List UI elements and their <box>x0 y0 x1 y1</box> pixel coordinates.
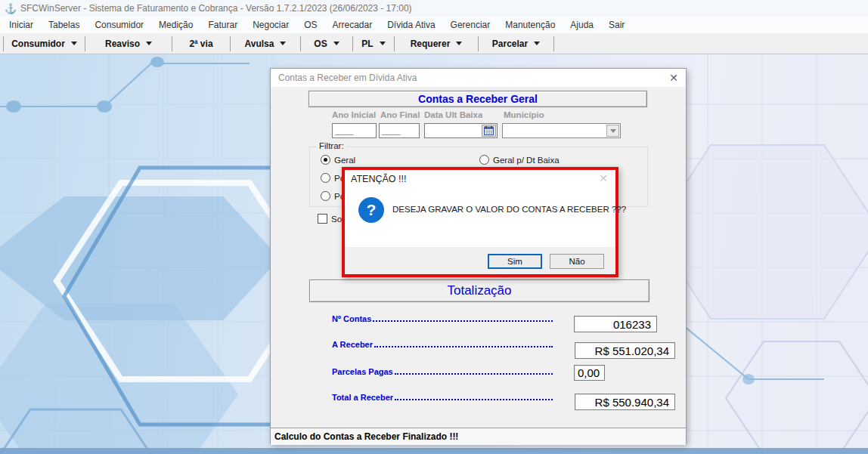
radio-geral-label: Geral <box>334 156 355 165</box>
total-row-parcelas: Parcelas Pagas <box>332 366 553 376</box>
radio-button-icon[interactable] <box>321 155 330 165</box>
toolbar-os-label: OS <box>314 39 327 49</box>
toolbar-pl-button[interactable]: PL <box>353 35 394 53</box>
menu-arrecadar[interactable]: Arrecadar <box>325 17 380 33</box>
ano-final-label: Ano Final <box>380 110 420 119</box>
toolbar-segunda-via-button[interactable]: 2ª via <box>172 35 230 53</box>
radio-button-icon[interactable] <box>479 155 489 165</box>
menu-iniciar[interactable]: Iniciar <box>2 17 41 33</box>
nao-button-label: Não <box>569 257 584 266</box>
menu-gerenciar[interactable]: Gerenciar <box>443 17 498 33</box>
menu-divida-ativa[interactable]: Dívida Ativa <box>380 17 442 33</box>
sim-button-label: Sim <box>507 257 522 266</box>
menu-ajuda[interactable]: Ajuda <box>563 17 601 33</box>
municipio-combobox[interactable] <box>502 123 621 138</box>
dialog-title: Contas a Receber em Dívida Ativa <box>271 73 417 83</box>
total-row-receber: A Receber <box>332 338 553 349</box>
dialog-status-bar: Calculo do Contas a Receber Finalizado !… <box>271 428 686 445</box>
n-contas-label: Nº Contas <box>332 314 373 323</box>
data-ult-baixa-label: Data Ult Baixa <box>424 110 482 119</box>
modal-body: ? DESEJA GRAVAR O VALOR DO CONTAS A RECE… <box>345 188 615 247</box>
toolbar-parcelar-button[interactable]: Parcelar <box>479 35 553 53</box>
dotted-leader <box>395 399 553 400</box>
radio-button-icon[interactable] <box>321 173 330 183</box>
municipio-value <box>503 127 505 136</box>
total-row-total: Total a Receber <box>332 391 553 402</box>
checkbox-icon[interactable] <box>318 214 327 224</box>
radio-geral-dt-baixa[interactable]: Geral p/ Dt Baixa <box>479 155 560 165</box>
total-a-receber-label: Total a Receber <box>332 393 395 402</box>
menu-sair[interactable]: Sair <box>601 17 632 33</box>
dotted-leader <box>373 320 553 322</box>
dropdown-arrow-icon[interactable] <box>71 42 77 45</box>
title-bar: ⚓ SFCWinServer - Sistema de Faturamento … <box>0 0 868 17</box>
section-header-contas-label: Contas a Receber Geral <box>418 93 538 105</box>
atencao-modal: ATENÇÃO !!! ✕ ? DESEJA GRAVAR O VALOR DO… <box>342 167 618 277</box>
dotted-leader <box>395 373 553 375</box>
menu-os[interactable]: OS <box>296 17 324 33</box>
ano-inicial-label: Ano Inicial <box>332 110 376 119</box>
close-icon[interactable]: ✕ <box>669 72 678 84</box>
menu-medicao[interactable]: Medição <box>151 17 200 33</box>
dialog-title-bar[interactable]: Contas a Receber em Dívida Ativa ✕ <box>271 69 686 87</box>
calendar-icon <box>484 126 494 135</box>
question-icon: ? <box>358 197 384 223</box>
modal-footer: Sim Não <box>345 247 615 274</box>
application-window: ⚓ SFCWinServer - Sistema de Faturamento … <box>0 0 868 454</box>
n-contas-value: 016233 <box>574 316 657 332</box>
menu-negociar[interactable]: Negociar <box>245 17 296 33</box>
menu-consumidor[interactable]: Consumidor <box>87 17 151 33</box>
dropdown-arrow-icon[interactable] <box>146 42 152 45</box>
parcelas-pagas-value-text: 0,00 <box>578 366 600 379</box>
ano-inicial-input[interactable] <box>332 123 377 138</box>
parcelas-pagas-value: 0,00 <box>574 365 605 381</box>
municipio-label: Município <box>504 110 544 119</box>
toolbar-consumidor-label: Consumidor <box>11 39 65 49</box>
toolbar-avulsa-label: Avulsa <box>245 39 274 49</box>
data-ult-baixa-input[interactable] <box>424 123 498 138</box>
a-receber-value-text: R$ 551.020,34 <box>595 344 669 357</box>
menu-bar: Iniciar Tabelas Consumidor Medição Fatur… <box>0 17 868 33</box>
toolbar-requerer-label: Requerer <box>411 39 451 49</box>
sim-button[interactable]: Sim <box>488 254 542 269</box>
a-receber-label: A Receber <box>332 340 374 349</box>
app-icon: ⚓ <box>5 3 16 14</box>
menu-manutencao[interactable]: Manutenção <box>498 17 563 33</box>
dropdown-arrow-icon[interactable] <box>456 42 462 45</box>
dropdown-arrow-icon[interactable] <box>333 42 339 45</box>
section-header-totalizacao: Totalização <box>309 280 649 302</box>
toolbar-reaviso-label: Reaviso <box>105 39 140 49</box>
dropdown-arrow-icon[interactable] <box>280 42 286 45</box>
totalizacao-label: Totalização <box>447 283 511 298</box>
section-header-contas: Contas a Receber Geral <box>308 91 647 107</box>
calendar-button[interactable] <box>482 125 496 137</box>
dotted-leader <box>374 346 553 347</box>
toolbar-avulsa-button[interactable]: Avulsa <box>231 35 300 53</box>
status-message: Calculo do Contas a Receber Finalizado !… <box>271 428 458 445</box>
total-row-contas: Nº Contas <box>332 313 553 323</box>
nao-button[interactable]: Não <box>550 254 604 269</box>
toolbar-requerer-button[interactable]: Requerer <box>395 35 478 53</box>
ano-final-input[interactable] <box>379 123 420 138</box>
combo-dropdown-button[interactable] <box>606 125 619 137</box>
dropdown-arrow-icon[interactable] <box>380 42 386 45</box>
parcelas-pagas-label: Parcelas Pagas <box>332 367 395 376</box>
radio-geral-dt-baixa-label: Geral p/ Dt Baixa <box>493 156 560 165</box>
modal-title: ATENÇÃO !!! <box>345 170 406 188</box>
total-a-receber-value: R$ 550.940,34 <box>575 394 675 410</box>
modal-title-bar[interactable]: ATENÇÃO !!! ✕ <box>345 170 615 188</box>
question-glyph: ? <box>367 201 377 219</box>
dropdown-arrow-icon[interactable] <box>534 42 540 45</box>
toolbar-separator <box>553 36 554 51</box>
menu-tabelas[interactable]: Tabelas <box>41 17 87 33</box>
toolbar-consumidor-button[interactable]: Consumidor <box>4 35 85 53</box>
close-icon[interactable]: ✕ <box>599 172 608 184</box>
toolbar-os-button[interactable]: OS <box>301 35 352 53</box>
radio-button-icon[interactable] <box>321 191 330 201</box>
chevron-down-icon <box>610 129 616 133</box>
toolbar-reaviso-button[interactable]: Reaviso <box>85 35 172 53</box>
window-title: SFCWinServer - Sistema de Faturamento e … <box>20 3 412 14</box>
radio-geral[interactable]: Geral <box>321 155 355 165</box>
toolbar-parcelar-label: Parcelar <box>492 39 528 49</box>
menu-faturar[interactable]: Faturar <box>200 17 245 33</box>
